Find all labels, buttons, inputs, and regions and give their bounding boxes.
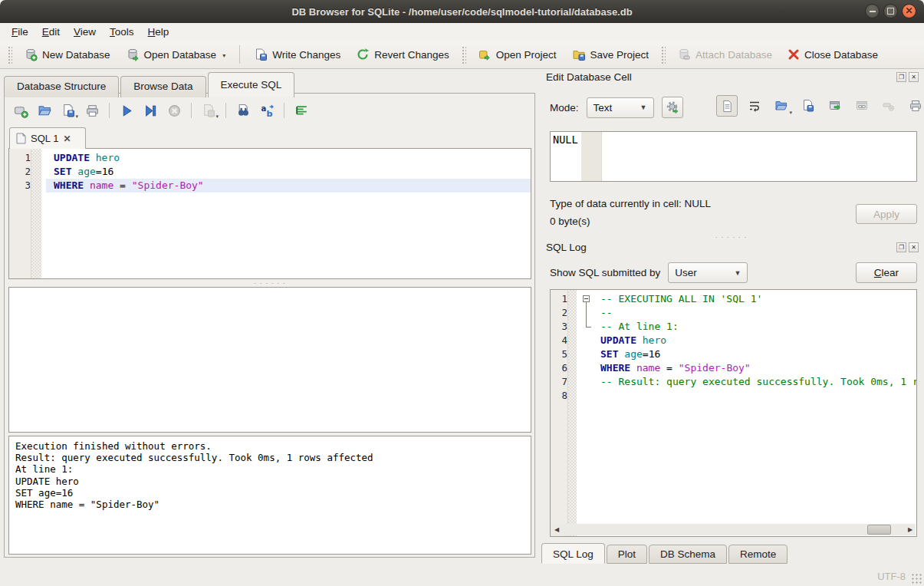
edit-cell-panel-title: Edit Database Cell <box>546 71 632 83</box>
set-null-button <box>879 96 899 116</box>
dock-splitter[interactable] <box>538 234 924 239</box>
save-project-button[interactable]: Save Project <box>566 44 656 64</box>
save-sql-dropdown-arrow[interactable]: ▾ <box>75 114 78 120</box>
open-sql-file-button[interactable] <box>35 100 54 120</box>
line-number: 2 <box>551 306 572 320</box>
toolbar-grip[interactable] <box>461 45 466 64</box>
close-panel-icon[interactable]: ✕ <box>909 72 919 82</box>
open-project-button[interactable]: Open Project <box>472 44 563 64</box>
mode-select[interactable]: Text▼ <box>587 97 654 118</box>
toolbar-grip[interactable] <box>660 45 666 64</box>
sql-toolbar: ▾ ▾ ab <box>11 100 311 121</box>
stop-icon <box>167 104 182 118</box>
minimize-button[interactable] <box>865 4 880 18</box>
execute-current-line-button[interactable] <box>140 100 160 120</box>
open-database-dropdown-arrow[interactable]: ▾ <box>222 52 225 61</box>
editor-results-splitter[interactable] <box>8 280 531 285</box>
import-cell-data-button[interactable]: ▾ <box>771 96 791 116</box>
close-database-button[interactable]: Close Database <box>781 45 884 64</box>
sql-toolbar-separator <box>284 103 284 118</box>
menu-edit[interactable]: Edit <box>35 24 67 40</box>
save-sql-file-button[interactable]: ▾ <box>58 100 78 120</box>
scrollbar-thumb[interactable] <box>867 525 891 535</box>
code-line: 5SET age=16 <box>551 347 916 361</box>
dock-tab-sql-log[interactable]: SQL Log <box>541 543 605 564</box>
cell-value-editor[interactable]: NULL <box>550 131 917 182</box>
text-mode-toggle[interactable] <box>716 95 738 117</box>
save-file-icon <box>61 104 76 118</box>
write-changes-button[interactable]: Write Changes <box>248 44 347 64</box>
menu-file[interactable]: File <box>5 24 35 40</box>
line-number: 3 <box>551 320 572 334</box>
close-tab-icon[interactable]: ✕ <box>63 133 71 144</box>
replace-button[interactable]: ab <box>257 100 277 120</box>
close-window-button[interactable]: ✕ <box>902 4 916 18</box>
code-line: 3WHERE name = "Spider-Boy" <box>9 179 531 193</box>
code-line: 3-- At line 1: <box>551 320 916 334</box>
title-bar[interactable]: DB Browser for SQLite - /home/user/code/… <box>0 0 924 23</box>
scroll-right-arrow-icon[interactable]: ▶ <box>905 525 916 535</box>
log-filter-select[interactable]: User▼ <box>668 262 748 283</box>
auto-apply-button[interactable] <box>662 97 683 118</box>
cell-value: NULL <box>553 133 578 146</box>
sql-code-editor[interactable]: 1UPDATE hero2SET age=163WHERE name = "Sp… <box>8 148 531 279</box>
print-cell-button[interactable] <box>906 96 924 116</box>
fold-marker[interactable] <box>581 292 593 306</box>
mode-label: Mode: <box>550 102 579 114</box>
float-panel-icon[interactable]: ❐ <box>896 242 906 252</box>
find-button[interactable] <box>233 100 253 120</box>
encoding-status: UTF-8 <box>877 571 906 582</box>
tab-database-structure[interactable]: Database Structure <box>4 76 119 97</box>
line-number: 3 <box>9 179 35 193</box>
new-database-button[interactable]: New Database <box>18 44 117 64</box>
cell-size-label: 0 byte(s) <box>550 216 590 227</box>
message-line: UPDATE hero <box>15 476 524 487</box>
menu-view[interactable]: View <box>67 24 103 40</box>
tab-browse-data[interactable]: Browse Data <box>120 76 206 97</box>
code-line: 6WHERE name = "Spider-Boy" <box>551 361 916 375</box>
dock-tab-plot[interactable]: Plot <box>607 545 647 564</box>
line-number: 7 <box>551 375 572 389</box>
maximize-button[interactable] <box>883 4 898 18</box>
sql-editor-tab[interactable]: SQL 1 ✕ <box>9 127 86 149</box>
word-wrap-button[interactable] <box>745 96 765 116</box>
open-in-external-button[interactable] <box>825 96 845 116</box>
format-sql-button[interactable] <box>291 100 311 120</box>
sql-editor-tab-label: SQL 1 <box>31 133 58 144</box>
replace-icon: ab <box>260 104 275 118</box>
menu-tools[interactable]: Tools <box>103 24 141 40</box>
log-horizontal-scrollbar[interactable]: ◀ ▶ <box>551 524 916 535</box>
cell-type-label: Type of data currently in cell: NULL <box>550 198 711 209</box>
attach-database-button: Attach Database <box>671 44 778 64</box>
print-sql-button[interactable] <box>82 100 102 120</box>
dock-tab-remote[interactable]: Remote <box>728 545 788 564</box>
execute-all-button[interactable] <box>117 100 136 120</box>
main-toolbar: New Database Open Database ▾ Write Chang… <box>0 41 924 69</box>
close-panel-icon[interactable]: ✕ <box>909 242 919 252</box>
code-line: 7-- Result: query executed successfully.… <box>551 375 916 389</box>
toolbar-grip[interactable] <box>7 45 12 64</box>
open-database-button[interactable]: Open Database ▾ <box>120 44 232 64</box>
import-dropdown-arrow[interactable]: ▾ <box>789 110 792 116</box>
clear-log-button[interactable]: Clear <box>856 262 917 283</box>
sql-log-view[interactable]: 1-- EXECUTING ALL IN 'SQL 1'2--3-- At li… <box>550 289 917 537</box>
export-cell-data-button[interactable] <box>798 96 818 116</box>
scroll-left-arrow-icon[interactable]: ◀ <box>551 525 562 535</box>
dock-tab-db-schema[interactable]: DB Schema <box>649 545 727 564</box>
message-line: WHERE name = "Spider-Boy" <box>15 499 524 510</box>
execution-message-area[interactable]: Execution finished without errors.Result… <box>8 436 531 555</box>
menu-help[interactable]: Help <box>141 24 176 40</box>
line-number: 1 <box>9 151 35 165</box>
fold-marker <box>581 361 593 375</box>
write-changes-icon <box>254 48 268 61</box>
float-panel-icon[interactable]: ❐ <box>896 72 906 82</box>
results-grid[interactable] <box>8 287 531 433</box>
sql-toolbar-separator <box>225 103 226 118</box>
tab-execute-sql[interactable]: Execute SQL <box>208 72 295 97</box>
code-line: 1UPDATE hero <box>9 151 531 165</box>
message-line: Execution finished without errors. <box>15 440 524 452</box>
revert-changes-button[interactable]: Revert Changes <box>350 44 455 64</box>
resize-grip[interactable] <box>911 573 922 584</box>
new-tab-icon <box>14 104 28 118</box>
new-sql-tab-button[interactable] <box>11 100 31 120</box>
